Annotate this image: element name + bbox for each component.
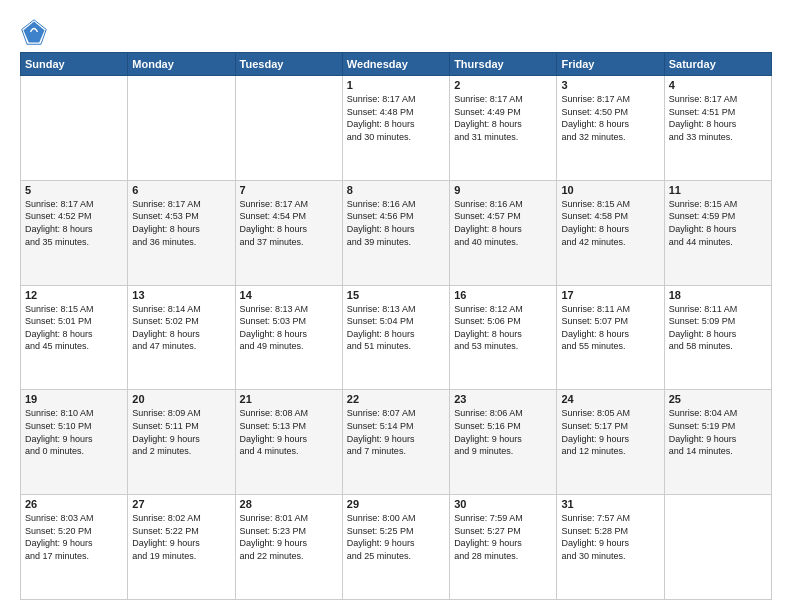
logo-icon xyxy=(20,18,48,46)
day-number: 16 xyxy=(454,289,552,301)
calendar-table: SundayMondayTuesdayWednesdayThursdayFrid… xyxy=(20,52,772,600)
day-cell-10: 10Sunrise: 8:15 AM Sunset: 4:58 PM Dayli… xyxy=(557,180,664,285)
day-info: Sunrise: 8:12 AM Sunset: 5:06 PM Dayligh… xyxy=(454,303,552,353)
logo xyxy=(20,18,52,46)
day-cell-31: 31Sunrise: 7:57 AM Sunset: 5:28 PM Dayli… xyxy=(557,495,664,600)
day-cell-22: 22Sunrise: 8:07 AM Sunset: 5:14 PM Dayli… xyxy=(342,390,449,495)
day-cell-25: 25Sunrise: 8:04 AM Sunset: 5:19 PM Dayli… xyxy=(664,390,771,495)
day-cell-16: 16Sunrise: 8:12 AM Sunset: 5:06 PM Dayli… xyxy=(450,285,557,390)
day-number: 15 xyxy=(347,289,445,301)
day-info: Sunrise: 8:15 AM Sunset: 4:59 PM Dayligh… xyxy=(669,198,767,248)
day-number: 28 xyxy=(240,498,338,510)
day-cell-27: 27Sunrise: 8:02 AM Sunset: 5:22 PM Dayli… xyxy=(128,495,235,600)
day-info: Sunrise: 8:16 AM Sunset: 4:57 PM Dayligh… xyxy=(454,198,552,248)
day-info: Sunrise: 8:09 AM Sunset: 5:11 PM Dayligh… xyxy=(132,407,230,457)
day-number: 25 xyxy=(669,393,767,405)
day-number: 11 xyxy=(669,184,767,196)
day-cell-24: 24Sunrise: 8:05 AM Sunset: 5:17 PM Dayli… xyxy=(557,390,664,495)
day-info: Sunrise: 8:17 AM Sunset: 4:48 PM Dayligh… xyxy=(347,93,445,143)
day-number: 18 xyxy=(669,289,767,301)
day-info: Sunrise: 8:01 AM Sunset: 5:23 PM Dayligh… xyxy=(240,512,338,562)
day-number: 14 xyxy=(240,289,338,301)
day-info: Sunrise: 8:17 AM Sunset: 4:54 PM Dayligh… xyxy=(240,198,338,248)
day-number: 2 xyxy=(454,79,552,91)
weekday-header-tuesday: Tuesday xyxy=(235,53,342,76)
day-number: 21 xyxy=(240,393,338,405)
weekday-header-saturday: Saturday xyxy=(664,53,771,76)
day-info: Sunrise: 8:00 AM Sunset: 5:25 PM Dayligh… xyxy=(347,512,445,562)
day-cell-19: 19Sunrise: 8:10 AM Sunset: 5:10 PM Dayli… xyxy=(21,390,128,495)
week-row-5: 26Sunrise: 8:03 AM Sunset: 5:20 PM Dayli… xyxy=(21,495,772,600)
day-cell-9: 9Sunrise: 8:16 AM Sunset: 4:57 PM Daylig… xyxy=(450,180,557,285)
day-info: Sunrise: 8:07 AM Sunset: 5:14 PM Dayligh… xyxy=(347,407,445,457)
day-number: 9 xyxy=(454,184,552,196)
day-info: Sunrise: 8:17 AM Sunset: 4:51 PM Dayligh… xyxy=(669,93,767,143)
empty-cell xyxy=(664,495,771,600)
day-info: Sunrise: 8:13 AM Sunset: 5:04 PM Dayligh… xyxy=(347,303,445,353)
page: SundayMondayTuesdayWednesdayThursdayFrid… xyxy=(0,0,792,612)
day-number: 8 xyxy=(347,184,445,196)
empty-cell xyxy=(21,76,128,181)
weekday-header-sunday: Sunday xyxy=(21,53,128,76)
day-number: 3 xyxy=(561,79,659,91)
day-number: 24 xyxy=(561,393,659,405)
day-info: Sunrise: 8:05 AM Sunset: 5:17 PM Dayligh… xyxy=(561,407,659,457)
day-number: 27 xyxy=(132,498,230,510)
day-number: 12 xyxy=(25,289,123,301)
day-info: Sunrise: 8:16 AM Sunset: 4:56 PM Dayligh… xyxy=(347,198,445,248)
day-cell-2: 2Sunrise: 8:17 AM Sunset: 4:49 PM Daylig… xyxy=(450,76,557,181)
day-info: Sunrise: 8:06 AM Sunset: 5:16 PM Dayligh… xyxy=(454,407,552,457)
day-cell-20: 20Sunrise: 8:09 AM Sunset: 5:11 PM Dayli… xyxy=(128,390,235,495)
day-cell-4: 4Sunrise: 8:17 AM Sunset: 4:51 PM Daylig… xyxy=(664,76,771,181)
day-number: 19 xyxy=(25,393,123,405)
day-info: Sunrise: 8:17 AM Sunset: 4:53 PM Dayligh… xyxy=(132,198,230,248)
day-cell-15: 15Sunrise: 8:13 AM Sunset: 5:04 PM Dayli… xyxy=(342,285,449,390)
day-info: Sunrise: 8:11 AM Sunset: 5:09 PM Dayligh… xyxy=(669,303,767,353)
day-cell-8: 8Sunrise: 8:16 AM Sunset: 4:56 PM Daylig… xyxy=(342,180,449,285)
weekday-header-row: SundayMondayTuesdayWednesdayThursdayFrid… xyxy=(21,53,772,76)
svg-marker-0 xyxy=(24,22,45,43)
day-cell-3: 3Sunrise: 8:17 AM Sunset: 4:50 PM Daylig… xyxy=(557,76,664,181)
week-row-2: 5Sunrise: 8:17 AM Sunset: 4:52 PM Daylig… xyxy=(21,180,772,285)
day-cell-28: 28Sunrise: 8:01 AM Sunset: 5:23 PM Dayli… xyxy=(235,495,342,600)
day-info: Sunrise: 8:17 AM Sunset: 4:50 PM Dayligh… xyxy=(561,93,659,143)
day-info: Sunrise: 8:17 AM Sunset: 4:49 PM Dayligh… xyxy=(454,93,552,143)
day-cell-1: 1Sunrise: 8:17 AM Sunset: 4:48 PM Daylig… xyxy=(342,76,449,181)
day-number: 22 xyxy=(347,393,445,405)
day-number: 20 xyxy=(132,393,230,405)
day-info: Sunrise: 8:15 AM Sunset: 4:58 PM Dayligh… xyxy=(561,198,659,248)
day-number: 31 xyxy=(561,498,659,510)
day-cell-18: 18Sunrise: 8:11 AM Sunset: 5:09 PM Dayli… xyxy=(664,285,771,390)
day-number: 4 xyxy=(669,79,767,91)
day-info: Sunrise: 8:17 AM Sunset: 4:52 PM Dayligh… xyxy=(25,198,123,248)
day-info: Sunrise: 7:57 AM Sunset: 5:28 PM Dayligh… xyxy=(561,512,659,562)
day-cell-21: 21Sunrise: 8:08 AM Sunset: 5:13 PM Dayli… xyxy=(235,390,342,495)
empty-cell xyxy=(128,76,235,181)
day-cell-29: 29Sunrise: 8:00 AM Sunset: 5:25 PM Dayli… xyxy=(342,495,449,600)
day-cell-5: 5Sunrise: 8:17 AM Sunset: 4:52 PM Daylig… xyxy=(21,180,128,285)
day-info: Sunrise: 8:10 AM Sunset: 5:10 PM Dayligh… xyxy=(25,407,123,457)
day-cell-30: 30Sunrise: 7:59 AM Sunset: 5:27 PM Dayli… xyxy=(450,495,557,600)
day-number: 29 xyxy=(347,498,445,510)
day-cell-26: 26Sunrise: 8:03 AM Sunset: 5:20 PM Dayli… xyxy=(21,495,128,600)
day-info: Sunrise: 8:11 AM Sunset: 5:07 PM Dayligh… xyxy=(561,303,659,353)
day-number: 6 xyxy=(132,184,230,196)
day-number: 5 xyxy=(25,184,123,196)
day-number: 26 xyxy=(25,498,123,510)
day-info: Sunrise: 8:15 AM Sunset: 5:01 PM Dayligh… xyxy=(25,303,123,353)
week-row-3: 12Sunrise: 8:15 AM Sunset: 5:01 PM Dayli… xyxy=(21,285,772,390)
day-cell-12: 12Sunrise: 8:15 AM Sunset: 5:01 PM Dayli… xyxy=(21,285,128,390)
weekday-header-wednesday: Wednesday xyxy=(342,53,449,76)
day-cell-7: 7Sunrise: 8:17 AM Sunset: 4:54 PM Daylig… xyxy=(235,180,342,285)
day-info: Sunrise: 8:02 AM Sunset: 5:22 PM Dayligh… xyxy=(132,512,230,562)
day-info: Sunrise: 8:04 AM Sunset: 5:19 PM Dayligh… xyxy=(669,407,767,457)
day-cell-23: 23Sunrise: 8:06 AM Sunset: 5:16 PM Dayli… xyxy=(450,390,557,495)
day-number: 30 xyxy=(454,498,552,510)
day-cell-13: 13Sunrise: 8:14 AM Sunset: 5:02 PM Dayli… xyxy=(128,285,235,390)
day-cell-17: 17Sunrise: 8:11 AM Sunset: 5:07 PM Dayli… xyxy=(557,285,664,390)
day-cell-11: 11Sunrise: 8:15 AM Sunset: 4:59 PM Dayli… xyxy=(664,180,771,285)
header xyxy=(20,18,772,46)
day-cell-14: 14Sunrise: 8:13 AM Sunset: 5:03 PM Dayli… xyxy=(235,285,342,390)
day-number: 7 xyxy=(240,184,338,196)
day-number: 1 xyxy=(347,79,445,91)
